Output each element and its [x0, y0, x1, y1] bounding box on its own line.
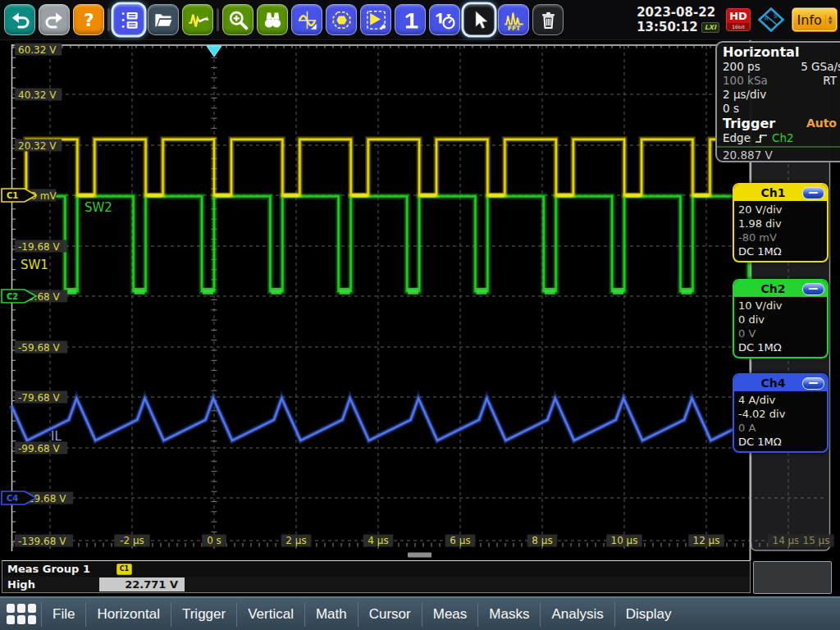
menu-item-math[interactable]: Math — [304, 602, 358, 627]
trigger-source-color-line — [717, 146, 840, 148]
horizontal-scroll-thumb[interactable] — [408, 553, 431, 558]
svg-text:SW1: SW1 — [21, 258, 48, 272]
svg-text:C4: C4 — [7, 494, 18, 503]
channel-offset: -80 mV — [738, 231, 823, 244]
search-icon[interactable] — [257, 4, 288, 35]
hd-label: HD — [727, 9, 750, 23]
menu-item-horizontal[interactable]: Horizontal — [85, 602, 171, 627]
date-text: 2023-08-22 — [637, 5, 719, 20]
redo-icon[interactable] — [39, 4, 70, 35]
svg-text:C1: C1 — [7, 191, 18, 200]
dialog-settings-icon[interactable] — [113, 4, 144, 35]
channel-title: Ch4 — [734, 377, 802, 390]
minimize-button[interactable] — [802, 377, 824, 390]
info-button[interactable]: Info ▲▼ — [792, 7, 838, 32]
svg-text:-59.68 V: -59.68 V — [18, 342, 60, 354]
trigger-type-value: Edge — [723, 131, 751, 145]
waveform-ch4-il — [11, 399, 749, 441]
graticule-area: 60.32 V40.32 V20.32 V320 mV-19.68 V-39.6… — [0, 0, 840, 630]
svg-text:4 µs: 4 µs — [368, 535, 388, 546]
menu-items: FileHorizontalTriggerVerticalMathCursorM… — [41, 602, 682, 627]
help-icon[interactable]: ? — [73, 4, 104, 35]
undo-icon[interactable] — [4, 4, 35, 35]
svg-text:10 µs: 10 µs — [611, 535, 638, 546]
measurement-name: High — [7, 578, 99, 591]
waveform-ch1-sw1 — [11, 139, 749, 195]
horizontal-panel[interactable]: Horizontal 200 ps 5 GSa/s 100 kSa RT 2 µ… — [715, 41, 840, 162]
menu-item-file[interactable]: File — [41, 602, 85, 627]
zoom-in-icon[interactable] — [222, 4, 253, 35]
reference-flag-icon[interactable] — [360, 4, 391, 35]
timer-icon[interactable] — [429, 4, 460, 35]
time-scale-labels: -2 µs0 s2 µs4 µs6 µs8 µs10 µs12 µs14 µs1… — [114, 535, 834, 547]
svg-text:60.32 V: 60.32 V — [18, 44, 57, 56]
channel-coupling: DC 1MΩ — [738, 435, 823, 449]
channel-position: -4.02 div — [738, 407, 823, 421]
channel-header: Ch2 — [734, 281, 827, 297]
channel-widget-ch2[interactable]: Ch210 V/div0 div0 VDC 1MΩ — [733, 279, 829, 358]
channel-offset: 0 A — [738, 421, 823, 435]
status-area: 2023-08-22 13:50:12 LXI HD 16bit R S — [637, 5, 838, 34]
minimize-button[interactable] — [802, 283, 824, 295]
svg-text:-79.68 V: -79.68 V — [18, 392, 60, 404]
datetime-display: 2023-08-22 13:50:12 LXI — [637, 5, 719, 34]
rising-edge-icon — [755, 133, 768, 144]
measurement-value: 22.771 V — [99, 578, 185, 591]
channel-coupling: DC 1MΩ — [738, 340, 823, 354]
minimize-button[interactable] — [802, 187, 824, 199]
svg-text:FFT: FFT — [507, 24, 520, 30]
info-label: Info — [797, 12, 822, 28]
menu-bar: FileHorizontalTriggerVerticalMathCursorM… — [0, 596, 840, 630]
trigger-position-marker[interactable] — [207, 46, 221, 57]
measurement-panel[interactable]: Meas Group 1 C1 High 22.771 V — [2, 560, 751, 593]
waveform-ch2-sw2 — [11, 196, 749, 291]
timebase-scale-value: 2 µs/div — [723, 88, 766, 102]
menu-item-display[interactable]: Display — [614, 602, 682, 627]
svg-text:-2 µs: -2 µs — [120, 535, 144, 546]
menu-item-analysis[interactable]: Analysis — [540, 602, 614, 627]
channel-header: Ch1 — [734, 185, 827, 201]
channel-widget-ch4[interactable]: Ch44 A/div-4.02 div0 ADC 1MΩ — [733, 373, 829, 453]
record-length-value: 100 kSa — [723, 74, 768, 88]
vertical-measure-icon[interactable] — [395, 4, 426, 35]
toolbar-icons: ?FFT — [4, 4, 564, 35]
menu-item-meas[interactable]: Meas — [422, 602, 478, 627]
channel-position: 1.98 div — [738, 217, 823, 231]
svg-text:-99.68 V: -99.68 V — [18, 443, 60, 454]
svg-text:?: ? — [84, 10, 94, 30]
menu-item-trigger[interactable]: Trigger — [171, 602, 236, 627]
channel-widget-ch1[interactable]: Ch120 V/div1.98 div-80 mVDC 1MΩ — [733, 183, 829, 262]
menu-item-masks[interactable]: Masks — [477, 602, 540, 627]
svg-text:R: R — [765, 16, 769, 22]
menu-item-vertical[interactable]: Vertical — [236, 602, 304, 627]
axes — [11, 39, 825, 560]
brand-logo-icon: R S — [757, 7, 785, 33]
svg-text:-139.68 V: -139.68 V — [18, 536, 66, 547]
menu-item-cursor[interactable]: Cursor — [358, 602, 422, 627]
info-spinner-arrows: ▲▼ — [825, 15, 833, 25]
channel-title: Ch1 — [734, 186, 802, 199]
svg-text:8 µs: 8 µs — [532, 535, 552, 546]
cursor-select-icon[interactable] — [463, 4, 495, 35]
mask-test-icon[interactable] — [326, 4, 357, 35]
channel-readout: 20 V/div1.98 div-80 mVDC 1MΩ — [734, 201, 827, 261]
channel-coupling: DC 1MΩ — [738, 244, 823, 258]
open-file-icon[interactable] — [148, 4, 179, 35]
svg-text:-19.68 V: -19.68 V — [18, 241, 60, 253]
horizontal-title: Horizontal — [723, 44, 840, 60]
lxi-badge: LXI — [701, 22, 719, 33]
math-waveform-icon[interactable] — [291, 4, 322, 35]
channel-offset: 0 V — [738, 326, 823, 340]
fft-icon[interactable]: FFT — [498, 4, 529, 35]
app-menu-button[interactable] — [7, 604, 36, 624]
oscilloscope-screen: 60.32 V40.32 V20.32 V320 mV-19.68 V-39.6… — [0, 0, 840, 630]
measurement-row: High 22.771 V — [2, 577, 750, 592]
channel-header: Ch4 — [734, 375, 827, 391]
hd-bits-label: 16bit — [727, 23, 750, 30]
trigger-level-value: 20.887 V — [723, 148, 840, 162]
delete-icon[interactable] — [532, 4, 564, 35]
annotate-signal-icon[interactable] — [182, 4, 213, 35]
channel-readout: 4 A/div-4.02 div0 ADC 1MΩ — [734, 391, 827, 451]
channel-scale: 10 V/div — [738, 299, 823, 313]
svg-text:15 µs: 15 µs — [803, 535, 830, 546]
